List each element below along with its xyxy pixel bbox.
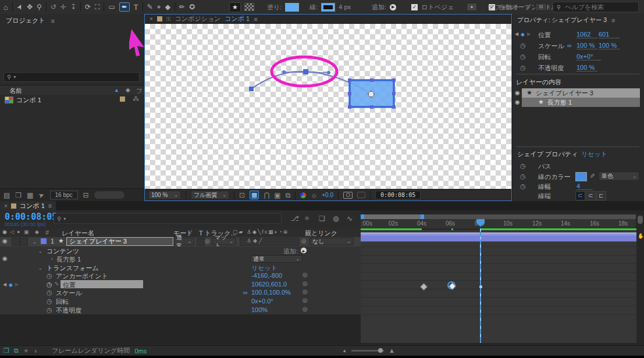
draft-3d-icon[interactable]: ⍟: [305, 215, 309, 222]
rect-blend-mode-dropdown[interactable]: 通常⌄: [250, 255, 303, 263]
parent-link-column-label[interactable]: 親とリンク: [305, 229, 337, 238]
snapshot-camera-icon[interactable]: [343, 192, 353, 199]
graph-icon[interactable]: ∿: [54, 281, 59, 287]
expand-modes-icon[interactable]: ⧉: [14, 347, 19, 355]
keyframe-toggle-icon[interactable]: ◆: [521, 31, 525, 37]
magnification-dropdown[interactable]: 100 %⌄: [148, 191, 181, 199]
project-panel-menu-icon[interactable]: ≡: [51, 17, 55, 24]
trash-icon[interactable]: ⊟: [83, 192, 89, 199]
next-keyframe-icon[interactable]: ▶: [527, 31, 531, 37]
eye-icon[interactable]: ◉: [2, 256, 8, 262]
sort-ascending-icon[interactable]: ▲: [114, 87, 119, 93]
close-tab-icon[interactable]: ×: [150, 16, 153, 22]
interpret-footage-icon[interactable]: ▤: [3, 192, 10, 199]
workspace-menu-icon[interactable]: ⊡: [535, 3, 547, 11]
reset-link[interactable]: リセット: [581, 150, 607, 159]
current-timecode[interactable]: 0:00:08:05: [5, 212, 57, 222]
parent-dropdown[interactable]: なし⌄: [309, 238, 354, 245]
resolution-dropdown[interactable]: フル画質⌄: [191, 191, 229, 199]
opacity-value[interactable]: 100 %: [577, 64, 597, 71]
rotobezier-checkbox[interactable]: ✓: [411, 4, 418, 10]
position-x-value[interactable]: 1062: [577, 31, 597, 38]
stopwatch-icon[interactable]: ◷: [47, 289, 52, 296]
stroke-fill-mode-dropdown[interactable]: 単色⌄: [599, 171, 639, 181]
pan-camera-tool-icon[interactable]: ✛: [61, 3, 66, 10]
properties-panel-menu-icon[interactable]: ≡: [611, 17, 615, 24]
rotation-tool-icon[interactable]: ⟳: [85, 3, 91, 10]
zoom-in-mountain-icon[interactable]: ▲: [389, 348, 395, 354]
lock-icon[interactable]: ⚿: [166, 16, 171, 23]
add-shape-label[interactable]: 追加:: [283, 247, 298, 256]
dolly-camera-tool-icon[interactable]: ↧: [70, 3, 76, 10]
stroke-width-value[interactable]: 4: [577, 182, 593, 190]
workspace-overflow-icon[interactable]: »: [526, 4, 529, 10]
frame-blending-icon[interactable]: ❏: [319, 215, 325, 222]
cap-butt-button[interactable]: ⊂: [575, 191, 585, 201]
prop-label[interactable]: 位置: [538, 31, 551, 40]
layer-duration-bar[interactable]: [361, 232, 636, 242]
stopwatch-icon[interactable]: ◷: [520, 162, 526, 170]
row-position[interactable]: ◀ ◆ ▶ ◷ ∿ 位置 10620,601.0 ◎: [0, 280, 361, 289]
track-matte-dropdown[interactable]: マット⌄: [212, 238, 236, 245]
position-y-value[interactable]: 601: [599, 31, 620, 38]
transparency-grid-icon[interactable]: ▦: [250, 191, 259, 199]
project-column-header[interactable]: 名前 ▲ ◆ フ: [0, 85, 144, 95]
stroke-width-value[interactable]: 4 px: [339, 3, 351, 10]
timeline-right-scrollbar[interactable]: ✋: [636, 214, 644, 343]
link-icon[interactable]: ∞: [243, 289, 248, 296]
channel-color-icon[interactable]: [300, 192, 306, 198]
stroke-color-label[interactable]: 線のカラー: [538, 173, 571, 181]
time-ruler[interactable]: :00s 02s 04s 06s 08s 10s 12s 14s 16s 18s: [361, 219, 636, 229]
layer-name[interactable]: 長方形 1: [547, 98, 572, 107]
reset-link[interactable]: リセット: [251, 264, 277, 273]
stopwatch-icon[interactable]: ◷: [47, 306, 52, 314]
eye-icon[interactable]: ◉: [515, 90, 520, 96]
roto-brush-tool-icon[interactable]: ✏: [179, 3, 185, 10]
stroke-color-swatch[interactable]: [575, 172, 587, 181]
layer-list-item-rectangle[interactable]: ◉ ★ 長方形 1: [513, 98, 644, 107]
pick-whip-icon[interactable]: ◎: [303, 306, 308, 312]
stopwatch-icon[interactable]: ◷: [47, 272, 52, 280]
layer-row[interactable]: ◉ ⌄ 1 ★ シェイプレイヤー 3 通常⌄ ◎ マット⌄ ⚓◆╱ ◎ なし⌄: [0, 237, 361, 247]
row-opacity[interactable]: ◷ 不透明度 100% ◎: [0, 306, 361, 314]
comp-item-name[interactable]: コンポ 1: [16, 96, 41, 105]
expand-transform-icon[interactable]: ❐: [3, 347, 9, 355]
rotation-value[interactable]: 0x+0.0°: [251, 298, 273, 305]
position-value[interactable]: 10620,601.0: [251, 281, 287, 288]
scale-x-value[interactable]: 100 %: [577, 42, 597, 49]
crop-icon[interactable]: ⧉: [286, 192, 291, 199]
stopwatch-icon[interactable]: ◷: [520, 182, 526, 190]
layer-expand-chevron[interactable]: ⌄: [33, 239, 37, 245]
add-menu-icon[interactable]: ▶: [301, 248, 307, 253]
pick-whip-icon[interactable]: ◎: [303, 298, 308, 303]
shape-star-button[interactable]: ★: [229, 2, 241, 12]
row-transform[interactable]: ⌄ トランスフォーム リセット: [0, 263, 361, 272]
fill-color-swatch[interactable]: [285, 3, 299, 12]
home-icon[interactable]: ⌂: [3, 3, 8, 11]
prev-keyframe-icon[interactable]: ◀: [515, 31, 518, 37]
viewer-tab-menu-icon[interactable]: ≡: [254, 16, 257, 23]
label-color-swatch[interactable]: [120, 96, 125, 102]
composition-mini-flowchart-icon[interactable]: ⎇: [291, 215, 299, 222]
work-area-start-handle[interactable]: [361, 214, 364, 219]
clone-stamp-tool-icon[interactable]: ⌖: [157, 3, 161, 10]
label-column-icon[interactable]: ◆: [126, 87, 130, 93]
position-label-selected[interactable]: 位置: [63, 281, 76, 289]
layer-name-field[interactable]: シェイプレイヤー 3: [66, 237, 173, 246]
layer-label-color[interactable]: [41, 238, 47, 244]
rotation-value[interactable]: 0x+0°: [577, 53, 601, 60]
row-contents[interactable]: ⌄ コンテンツ 追加: ▶: [0, 246, 361, 255]
path-label[interactable]: パス: [538, 162, 552, 171]
exposure-value[interactable]: +0.0: [322, 192, 333, 198]
next-keyframe-icon[interactable]: ▶: [15, 282, 19, 287]
graph-editor-icon[interactable]: ∿: [347, 215, 353, 222]
new-folder-icon[interactable]: ❒: [15, 192, 22, 199]
timeline-tab-name[interactable]: コンポ 1: [20, 202, 45, 210]
scale-y-value[interactable]: 100 %: [599, 42, 620, 49]
link-icon[interactable]: ∞: [567, 42, 572, 49]
viewer-tab-comp-name[interactable]: コンポ 1: [225, 15, 250, 23]
work-area-bar[interactable]: [361, 214, 636, 219]
layer-list-item-shape-layer[interactable]: ◉ ★ シェイプレイヤー 3: [513, 88, 644, 98]
prop-label[interactable]: 回転: [538, 53, 551, 62]
close-tab-icon[interactable]: ×: [4, 203, 8, 209]
